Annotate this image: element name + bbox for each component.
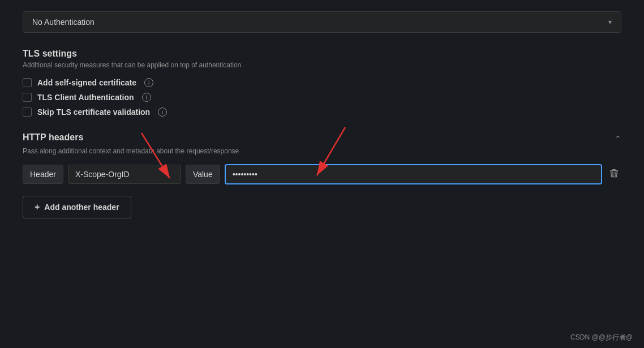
watermark: CSDN @@步行者@ <box>570 333 633 342</box>
header-name-input[interactable] <box>68 165 181 184</box>
svg-rect-3 <box>612 169 616 170</box>
checkbox-box-client-auth[interactable] <box>23 93 32 102</box>
delete-icon[interactable] <box>607 166 621 183</box>
auth-dropdown-text: No Authentication <box>32 18 95 27</box>
info-icon-skip-validation[interactable]: i <box>158 108 167 117</box>
add-header-label: Add another header <box>44 203 119 212</box>
checkbox-self-signed[interactable]: Add self-signed certificate i <box>23 78 621 87</box>
header-row: Header Value <box>23 164 621 184</box>
tls-subtitle: Additional security measures that can be… <box>23 61 621 69</box>
checkbox-skip-validation[interactable]: Skip TLS certificate validation i <box>23 108 621 117</box>
tls-section: TLS settings Additional security measure… <box>23 49 621 117</box>
header-label: Header <box>23 165 63 184</box>
value-input[interactable] <box>225 164 602 184</box>
value-label: Value <box>186 165 220 184</box>
checkbox-label-self-signed: Add self-signed certificate <box>37 78 136 87</box>
auth-section: No Authentication ▾ <box>23 11 621 33</box>
tls-title: TLS settings <box>23 49 621 59</box>
plus-icon: + <box>35 202 40 212</box>
http-headers-subtitle: Pass along additional context and metada… <box>23 147 621 155</box>
auth-dropdown[interactable]: No Authentication ▾ <box>23 12 621 32</box>
http-headers-header: HTTP headers ⌃ <box>23 132 621 145</box>
http-headers-title: HTTP headers <box>23 132 83 143</box>
add-header-button[interactable]: + Add another header <box>23 196 131 218</box>
checkbox-label-skip-validation: Skip TLS certificate validation <box>37 108 150 117</box>
checkbox-box-skip-validation[interactable] <box>23 108 32 117</box>
checkbox-client-auth[interactable]: TLS Client Authentication i <box>23 93 621 102</box>
info-icon-client-auth[interactable]: i <box>142 93 151 102</box>
checkbox-box-self-signed[interactable] <box>23 78 32 87</box>
info-icon-self-signed[interactable]: i <box>144 78 153 87</box>
chevron-up-icon[interactable]: ⌃ <box>615 134 621 143</box>
checkbox-group: Add self-signed certificate i TLS Client… <box>23 78 621 117</box>
main-container: No Authentication ▾ TLS settings Additio… <box>0 0 644 348</box>
checkbox-label-client-auth: TLS Client Authentication <box>37 93 134 102</box>
http-headers-section: HTTP headers ⌃ Pass along additional con… <box>23 132 621 337</box>
chevron-down-icon: ▾ <box>608 18 612 26</box>
